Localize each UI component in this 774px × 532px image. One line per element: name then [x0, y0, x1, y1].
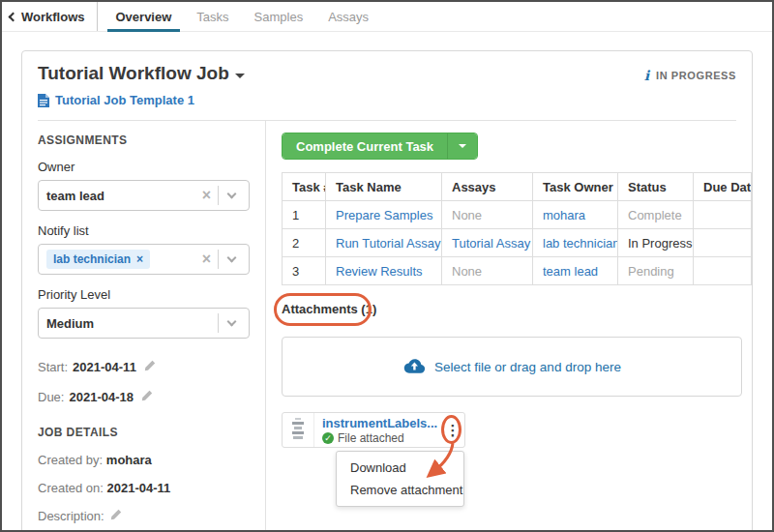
task-due	[694, 257, 752, 285]
task-status: Pending	[618, 257, 694, 285]
tab-tasks[interactable]: Tasks	[184, 2, 241, 31]
notify-list-select[interactable]: lab technician × ×	[38, 244, 250, 275]
task-assays: None	[442, 201, 533, 229]
notify-list-label: Notify list	[38, 223, 250, 238]
task-status: In Progress	[618, 229, 694, 257]
task-assays: None	[442, 257, 533, 285]
due-date-label: Due:	[38, 390, 64, 404]
attachments-heading: Attachments (1)	[282, 302, 752, 316]
task-owner-link[interactable]: lab technician	[543, 236, 618, 251]
edit-pencil-icon[interactable]	[141, 390, 153, 404]
clear-icon[interactable]: ×	[195, 251, 218, 267]
assignments-heading: ASSIGNMENTS	[38, 133, 250, 147]
cloud-upload-icon	[402, 358, 426, 375]
task-owner-link[interactable]: team lead	[543, 264, 598, 279]
task-name-link[interactable]: Prepare Samples	[336, 208, 432, 222]
table-row: 3 Review Results None team lead Pending	[283, 257, 752, 285]
file-icon	[38, 94, 49, 107]
task-name-link[interactable]: Run Tutorial Assay	[336, 236, 440, 251]
created-on-label: Created on:	[38, 481, 104, 495]
task-table: Task # Task Name Assays Task Owner Statu…	[282, 172, 752, 285]
notify-tag-label: lab technician	[53, 252, 131, 266]
due-date-value: 2021-04-18	[69, 390, 134, 404]
job-card: Tutorial Workflow Job i IN PROGRESS Tuto…	[21, 50, 753, 532]
tab-bar: Overview Tasks Samples Assays	[104, 2, 382, 31]
attachment-context-menu: Download Remove attachment	[336, 451, 464, 507]
nav-divider	[97, 2, 98, 31]
col-due-date: Due Date	[694, 173, 752, 201]
page-title: Tutorial Workflow Job	[38, 63, 229, 84]
priority-select[interactable]: Medium	[38, 308, 250, 339]
created-on-value: 2021-04-11	[107, 481, 171, 495]
job-status: i IN PROGRESS	[644, 69, 736, 82]
priority-label: Priority Level	[38, 287, 250, 302]
task-owner-link[interactable]: mohara	[543, 208, 585, 222]
table-row: 1 Prepare Samples None mohara Complete	[283, 201, 752, 229]
attachment-file-icon	[283, 413, 314, 447]
complete-task-dropdown[interactable]	[447, 133, 477, 159]
attachment-menu-button[interactable]: ⋮	[441, 413, 464, 447]
owner-select[interactable]: team lead ×	[38, 180, 250, 211]
created-by-label: Created by:	[38, 453, 103, 467]
file-dropzone[interactable]: Select file or drag and drop here	[282, 337, 742, 397]
template-link[interactable]: Tutorial Job Template 1	[55, 93, 194, 107]
info-icon[interactable]: i	[644, 69, 649, 82]
attachment-name-link[interactable]: instrumentLabels...	[322, 416, 441, 430]
caret-down-icon	[459, 144, 466, 148]
edit-pencil-icon[interactable]	[110, 509, 122, 523]
col-status: Status	[618, 173, 694, 201]
clear-icon[interactable]: ×	[195, 188, 218, 203]
task-assays-link[interactable]: Tutorial Assay	[452, 236, 530, 251]
check-icon: ✓	[322, 432, 334, 444]
menu-item-remove-attachment[interactable]: Remove attachment	[337, 479, 463, 501]
task-num: 2	[283, 229, 326, 257]
chevron-down-icon[interactable]	[227, 317, 237, 327]
assignments-panel: ASSIGNMENTS Owner team lead × Notify lis…	[22, 121, 266, 532]
created-by-value: mohara	[106, 453, 152, 467]
job-details-heading: JOB DETAILS	[38, 426, 250, 439]
task-due	[694, 229, 752, 257]
description-label: Description:	[38, 509, 104, 523]
dropzone-text: Select file or drag and drop here	[434, 360, 621, 374]
top-nav: Workflows Overview Tasks Samples Assays	[2, 2, 772, 32]
tag-remove-icon[interactable]: ×	[136, 252, 143, 266]
tasks-panel: Complete Current Task Task # Task Name A…	[266, 121, 767, 532]
col-task-name: Task Name	[326, 173, 442, 201]
menu-item-download[interactable]: Download	[337, 457, 463, 479]
workflow-job-page: { "nav": { "back_label": "Workflows", "t…	[0, 0, 774, 532]
attachment-card: instrumentLabels... ✓ File attached ⋮	[282, 412, 465, 448]
task-status: Complete	[618, 201, 694, 229]
tab-overview[interactable]: Overview	[104, 2, 185, 31]
table-row: 2 Run Tutorial Assay Tutorial Assay lab …	[283, 229, 752, 257]
status-badge: IN PROGRESS	[656, 70, 736, 81]
complete-current-task-button[interactable]: Complete Current Task	[282, 133, 478, 160]
priority-value: Medium	[46, 316, 218, 331]
kebab-icon: ⋮	[446, 423, 461, 437]
owner-value: team lead	[46, 189, 195, 203]
chevron-down-icon[interactable]	[227, 190, 237, 199]
chevron-down-icon	[235, 74, 245, 78]
start-date-value: 2021-04-11	[73, 360, 136, 374]
table-header-row: Task # Task Name Assays Task Owner Statu…	[283, 173, 752, 201]
col-task-num: Task #	[283, 173, 326, 201]
tab-assays[interactable]: Assays	[315, 2, 381, 31]
notify-tag: lab technician ×	[46, 250, 150, 269]
task-num: 1	[283, 201, 326, 229]
tab-samples[interactable]: Samples	[242, 2, 316, 31]
task-num: 3	[283, 257, 326, 285]
back-to-workflows-link[interactable]: Workflows	[2, 2, 97, 31]
start-date-label: Start:	[38, 360, 68, 374]
col-assays: Assays	[442, 173, 533, 201]
attachment-status-text: File attached	[338, 431, 404, 445]
chevron-left-icon	[9, 13, 18, 22]
task-due	[694, 201, 752, 229]
chevron-down-icon[interactable]	[227, 253, 237, 263]
complete-task-label[interactable]: Complete Current Task	[283, 133, 447, 159]
edit-pencil-icon[interactable]	[144, 360, 156, 374]
back-link-label: Workflows	[21, 10, 85, 24]
owner-label: Owner	[38, 160, 250, 174]
job-title-menu[interactable]: Tutorial Workflow Job	[38, 63, 245, 84]
task-name-link[interactable]: Review Results	[336, 264, 423, 279]
col-task-owner: Task Owner	[533, 173, 618, 201]
job-card-header: Tutorial Workflow Job i IN PROGRESS Tuto…	[22, 51, 752, 121]
